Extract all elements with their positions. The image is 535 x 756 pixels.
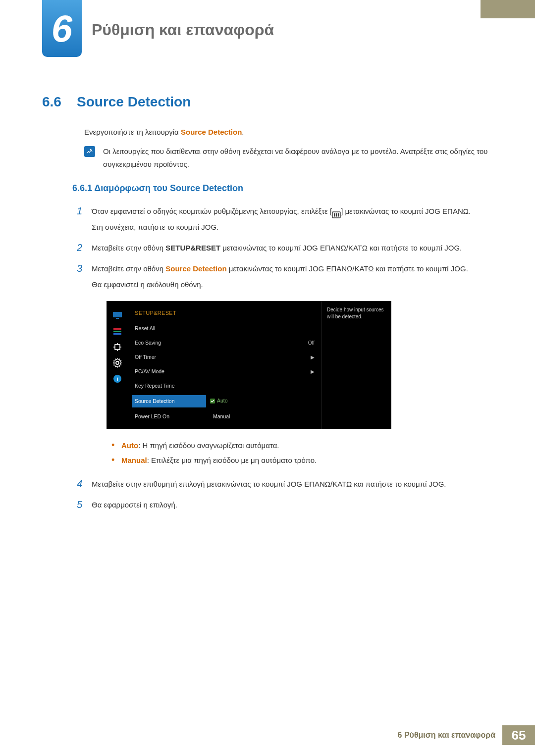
menu-icon	[332, 208, 341, 215]
step-3-highlight: Source Detection	[165, 264, 226, 273]
osd-row-offtimer: Off Timer ▶	[128, 350, 321, 364]
option-bullets: • Auto: Η πηγή εισόδου αναγνωρίζεται αυτ…	[111, 438, 490, 468]
svg-rect-2	[336, 213, 337, 217]
step-number: 4	[77, 477, 92, 493]
osd-option-label: Auto	[217, 396, 228, 406]
page-footer: 6 Ρύθμιση και επαναφορά 65	[398, 725, 535, 745]
step-text: Μεταβείτε στην επιθυμητή επιλογή μετακιν…	[92, 477, 490, 493]
svg-point-10	[116, 361, 119, 364]
osd-main: SETUP&RESET Reset All Eco Saving Off Off…	[128, 302, 321, 429]
osd-row-eco: Eco Saving Off	[128, 336, 321, 350]
osd-option-manual: Manual	[209, 411, 295, 422]
osd-label: Power LED On	[135, 411, 209, 422]
osd-label: PC/AV Mode	[135, 366, 209, 377]
svg-rect-6	[113, 328, 121, 330]
page-number: 65	[502, 725, 535, 745]
header-accent-bar	[481, 0, 535, 18]
osd-description: Decide how input sources will be detecte…	[321, 302, 391, 429]
step-number: 2	[77, 241, 92, 256]
step-1-text-a: Όταν εμφανιστεί ο οδηγός κουμπιών ρυθμιζ…	[92, 207, 332, 215]
step-3-text-c: μετακινώντας το κουμπί JOG ΕΠΑΝΩ/ΚΑΤΩ κα…	[227, 264, 468, 273]
section-number: 6.6	[42, 94, 61, 110]
note-icon	[84, 146, 95, 157]
step-1-text-c: Στη συνέχεια, πατήστε το κουμπί JOG.	[92, 220, 490, 235]
bullet-manual: • Manual: Επιλέξτε μια πηγή εισόδου με μ…	[111, 453, 490, 468]
svg-rect-13	[210, 399, 215, 403]
osd-label: Off Timer	[135, 352, 209, 362]
subsection-title: 6.6.1 Διαμόρφωση του Source Detection	[72, 183, 243, 194]
svg-rect-4	[113, 312, 122, 317]
bullet-dot-icon: •	[111, 455, 121, 464]
bullet-dot-icon: •	[111, 441, 121, 450]
step-5-text: Θα εφαρμοστεί η επιλογή.	[92, 498, 490, 512]
bullet-manual-label: Manual	[121, 456, 147, 464]
osd-label-selected: Source Detection	[132, 395, 206, 407]
step-number: 3	[77, 261, 92, 472]
step-text: Θα εφαρμοστεί η επιλογή.	[92, 498, 490, 513]
step-2: 2 Μεταβείτε στην οθόνη SETUP&RESET μετακ…	[77, 241, 490, 256]
step-2-highlight: SETUP&RESET	[165, 244, 220, 252]
svg-rect-5	[116, 318, 119, 319]
chapter-title: Ρύθμιση και επαναφορά	[92, 21, 274, 39]
step-4: 4 Μεταβείτε στην επιθυμητή επιλογή μετακ…	[77, 477, 490, 493]
intro-suffix: .	[242, 128, 244, 136]
submenu-arrow-icon: ▶	[295, 353, 315, 362]
step-number: 1	[77, 204, 92, 236]
svg-rect-3	[338, 213, 339, 217]
svg-rect-8	[113, 333, 121, 335]
osd-sidebar: i	[107, 302, 128, 429]
osd-label: Eco Saving	[135, 338, 209, 348]
osd-value: Off	[295, 338, 315, 348]
chapter-number: 6	[52, 7, 72, 50]
osd-option-auto: Auto	[210, 396, 228, 406]
intro-prefix: Ενεργοποιήστε τη λειτουργία	[84, 128, 181, 136]
step-2-text-c: μετακινώντας το κουμπί JOG ΕΠΑΝΩ/ΚΑΤΩ κα…	[220, 244, 462, 252]
step-number: 5	[77, 498, 92, 513]
intro-text: Ενεργοποιήστε τη λειτουργία Source Detec…	[84, 128, 244, 136]
osd-row-manual: Power LED On Manual	[128, 409, 321, 424]
step-text: Μεταβείτε στην οθόνη Source Detection με…	[92, 261, 490, 472]
intro-highlight: Source Detection	[181, 128, 242, 136]
section-title: Source Detection	[77, 94, 191, 110]
step-3: 3 Μεταβείτε στην οθόνη Source Detection …	[77, 261, 490, 472]
bullet-auto: • Auto: Η πηγή εισόδου αναγνωρίζεται αυτ…	[111, 438, 490, 453]
note-text: Οι λειτουργίες που διατίθενται στην οθόν…	[103, 145, 490, 171]
step-2-text-a: Μεταβείτε στην οθόνη	[92, 244, 165, 252]
osd-title: SETUP&RESET	[128, 306, 321, 321]
step-5: 5 Θα εφαρμοστεί η επιλογή.	[77, 498, 490, 513]
monitor-icon	[112, 311, 122, 319]
steps-list: 1 Όταν εμφανιστεί ο οδηγός κουμπιών ρυθμ…	[77, 204, 490, 518]
bullet-auto-label: Auto	[121, 441, 138, 450]
list-icon	[112, 327, 122, 335]
resize-icon	[112, 343, 122, 351]
osd-screenshot: i SETUP&RESET Reset All Eco Saving Off	[107, 301, 490, 429]
submenu-arrow-icon: ▶	[295, 367, 315, 377]
bullet-auto-text: : Η πηγή εισόδου αναγνωρίζεται αυτόματα.	[138, 441, 279, 450]
osd-row-pcav: PC/AV Mode ▶	[128, 364, 321, 379]
chapter-badge: 6	[42, 0, 82, 57]
step-3-text-a: Μεταβείτε στην οθόνη	[92, 264, 165, 273]
svg-rect-9	[115, 345, 120, 350]
bullet-manual-text: : Επιλέξτε μια πηγή εισόδου με μη αυτόμα…	[147, 456, 317, 464]
svg-rect-7	[113, 331, 121, 332]
osd-label: Reset All	[135, 323, 209, 334]
step-3-text-d: Θα εμφανιστεί η ακόλουθη οθόνη.	[92, 277, 490, 292]
osd-row-sourcedetection: Source Detection Auto	[128, 393, 321, 409]
svg-text:i: i	[116, 376, 118, 382]
step-1: 1 Όταν εμφανιστεί ο οδηγός κουμπιών ρυθμ…	[77, 204, 490, 236]
osd-row-keyrepeat: Key Repeat Time	[128, 379, 321, 393]
osd-row-resetall: Reset All	[128, 321, 321, 336]
step-text: Όταν εμφανιστεί ο οδηγός κουμπιών ρυθμιζ…	[92, 204, 490, 236]
gear-icon	[112, 359, 122, 367]
svg-rect-1	[334, 213, 335, 217]
step-text: Μεταβείτε στην οθόνη SETUP&RESET μετακιν…	[92, 241, 490, 256]
osd-label: Key Repeat Time	[135, 381, 209, 391]
info-icon: i	[112, 375, 122, 383]
step-4-text: Μεταβείτε στην επιθυμητή επιλογή μετακιν…	[92, 477, 490, 492]
step-1-text-b: ] μετακινώντας το κουμπί JOG ΕΠΑΝΩ.	[341, 207, 471, 215]
footer-chapter-label: 6 Ρύθμιση και επαναφορά	[398, 731, 495, 740]
